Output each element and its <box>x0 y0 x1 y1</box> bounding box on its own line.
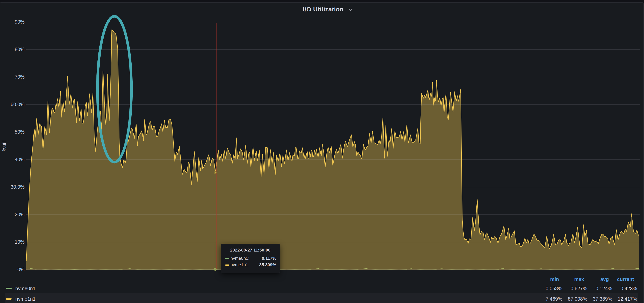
svg-text:40%: 40% <box>15 156 24 162</box>
svg-text:60.0%: 60.0% <box>10 102 24 107</box>
svg-text:90%: 90% <box>15 19 24 24</box>
svg-text:80%: 80% <box>15 46 24 52</box>
svg-text:0%: 0% <box>18 267 24 272</box>
svg-text:%util: %util <box>2 140 7 151</box>
svg-text:20%: 20% <box>15 212 24 217</box>
svg-text:30.0%: 30.0% <box>10 184 24 190</box>
svg-text:10%: 10% <box>15 239 24 245</box>
svg-text:70%: 70% <box>15 74 24 80</box>
svg-text:50%: 50% <box>15 129 24 134</box>
